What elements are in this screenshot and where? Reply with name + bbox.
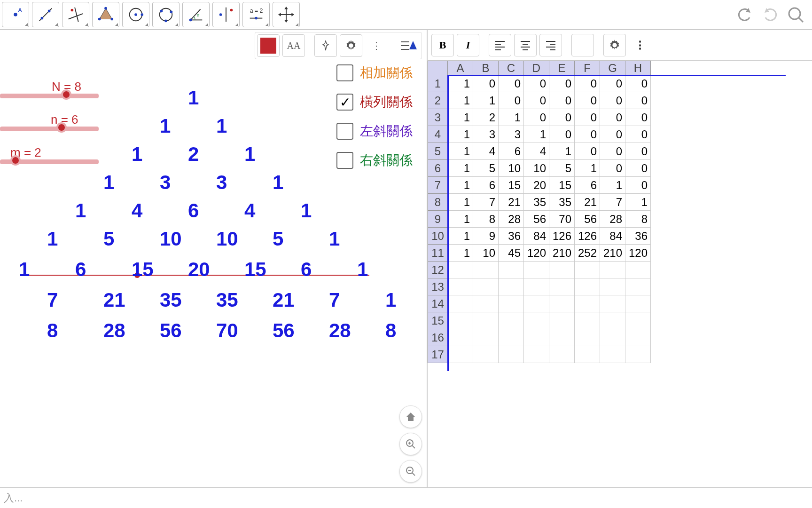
- tool-line[interactable]: [32, 2, 59, 27]
- cell-C12[interactable]: [499, 262, 524, 278]
- input-bar[interactable]: 入...: [0, 487, 812, 508]
- cell-B14[interactable]: [473, 295, 499, 312]
- cell-A15[interactable]: [448, 312, 473, 329]
- cell-B5[interactable]: 4: [473, 143, 499, 160]
- cell-D4[interactable]: 1: [524, 126, 549, 143]
- redo-button[interactable]: [759, 4, 781, 25]
- cell-A2[interactable]: 1: [448, 92, 473, 109]
- row-header-17[interactable]: 17: [428, 346, 448, 363]
- cell-C14[interactable]: [499, 295, 524, 312]
- cell-B3[interactable]: 2: [473, 109, 499, 126]
- row-header-7[interactable]: 7: [428, 177, 448, 194]
- cell-H9[interactable]: 8: [625, 211, 651, 228]
- search-button[interactable]: [785, 4, 806, 25]
- cell-E6[interactable]: 5: [549, 160, 575, 177]
- cell-H15[interactable]: [625, 312, 651, 329]
- cell-H14[interactable]: [625, 295, 651, 312]
- cell-B4[interactable]: 3: [473, 126, 499, 143]
- row-header-11[interactable]: 11: [428, 245, 448, 262]
- cell-D1[interactable]: 0: [524, 75, 549, 92]
- cell-G3[interactable]: 0: [600, 109, 625, 126]
- cell-B15[interactable]: [473, 312, 499, 329]
- cell-E13[interactable]: [549, 278, 575, 295]
- col-header-A[interactable]: A: [448, 61, 473, 75]
- cell-D10[interactable]: 84: [524, 228, 549, 245]
- cell-D8[interactable]: 35: [524, 194, 549, 211]
- checkbox-box-icon[interactable]: [336, 152, 353, 169]
- cell-C1[interactable]: 0: [499, 75, 524, 92]
- cell-B1[interactable]: 0: [473, 75, 499, 92]
- ss-more-button[interactable]: ⋮: [629, 34, 651, 56]
- cell-E2[interactable]: 0: [549, 92, 575, 109]
- tool-circle3[interactable]: [152, 2, 180, 27]
- cell-H11[interactable]: 120: [625, 245, 651, 262]
- row-header-2[interactable]: 2: [428, 92, 448, 109]
- checkbox-1[interactable]: ✓橫列關係: [336, 93, 413, 111]
- corner-cell[interactable]: [428, 61, 448, 75]
- more-button[interactable]: ⋮: [365, 34, 388, 57]
- zoom-out-button[interactable]: [399, 460, 422, 483]
- cell-F5[interactable]: 0: [575, 143, 600, 160]
- spreadsheet-grid[interactable]: ABCDEFGH11000000021100000031210000041331…: [428, 61, 812, 487]
- cell-A1[interactable]: 1: [448, 75, 473, 92]
- cell-G17[interactable]: [600, 346, 625, 363]
- tool-reflect[interactable]: [212, 2, 240, 27]
- checkbox-box-icon[interactable]: [336, 123, 353, 140]
- row-header-15[interactable]: 15: [428, 312, 448, 329]
- italic-button[interactable]: I: [457, 34, 479, 56]
- row-header-10[interactable]: 10: [428, 228, 448, 245]
- views-button[interactable]: [397, 34, 420, 57]
- cell-H5[interactable]: 0: [625, 143, 651, 160]
- zoom-in-button[interactable]: [399, 433, 422, 455]
- row-header-9[interactable]: 9: [428, 211, 448, 228]
- graphics-view[interactable]: AA ⋮ 相加關係✓橫列關係左斜關係右斜關係 N = 8n = 6m = 2 1…: [0, 30, 428, 487]
- cell-F16[interactable]: [575, 329, 600, 346]
- cell-D12[interactable]: [524, 262, 549, 278]
- cell-F9[interactable]: 56: [575, 211, 600, 228]
- tool-circle[interactable]: [122, 2, 149, 27]
- cell-G5[interactable]: 0: [600, 143, 625, 160]
- align-left-button[interactable]: [489, 34, 511, 56]
- checkbox-0[interactable]: 相加關係: [336, 64, 413, 82]
- cell-E15[interactable]: [549, 312, 575, 329]
- cell-H3[interactable]: 0: [625, 109, 651, 126]
- row-header-4[interactable]: 4: [428, 126, 448, 143]
- col-header-F[interactable]: F: [575, 61, 600, 75]
- align-center-button[interactable]: [514, 34, 537, 56]
- text-tool[interactable]: AA: [282, 34, 305, 57]
- cell-F15[interactable]: [575, 312, 600, 329]
- cell-D5[interactable]: 4: [524, 143, 549, 160]
- cell-A7[interactable]: 1: [448, 177, 473, 194]
- cell-C4[interactable]: 3: [499, 126, 524, 143]
- cell-A13[interactable]: [448, 278, 473, 295]
- cell-E1[interactable]: 0: [549, 75, 575, 92]
- cell-E12[interactable]: [549, 262, 575, 278]
- cell-G2[interactable]: 0: [600, 92, 625, 109]
- cell-B8[interactable]: 7: [473, 194, 499, 211]
- row-header-8[interactable]: 8: [428, 194, 448, 211]
- undo-button[interactable]: [734, 4, 756, 25]
- cell-H8[interactable]: 1: [625, 194, 651, 211]
- cell-C11[interactable]: 45: [499, 245, 524, 262]
- cell-F17[interactable]: [575, 346, 600, 363]
- checkbox-box-icon[interactable]: [336, 64, 353, 81]
- slider-thumb[interactable]: [10, 155, 21, 166]
- cell-G11[interactable]: 210: [600, 245, 625, 262]
- cell-E10[interactable]: 126: [549, 228, 575, 245]
- cell-D17[interactable]: [524, 346, 549, 363]
- slider-thumb[interactable]: [56, 122, 67, 133]
- cell-A8[interactable]: 1: [448, 194, 473, 211]
- tool-perpendicular[interactable]: [62, 2, 89, 27]
- cell-A9[interactable]: 1: [448, 211, 473, 228]
- cell-D7[interactable]: 20: [524, 177, 549, 194]
- cell-B13[interactable]: [473, 278, 499, 295]
- cell-E16[interactable]: [549, 329, 575, 346]
- row-header-5[interactable]: 5: [428, 143, 448, 160]
- tool-angle[interactable]: α: [182, 2, 210, 27]
- cell-E8[interactable]: 35: [549, 194, 575, 211]
- cell-C2[interactable]: 0: [499, 92, 524, 109]
- cell-A5[interactable]: 1: [448, 143, 473, 160]
- row-header-16[interactable]: 16: [428, 329, 448, 346]
- cell-H4[interactable]: 0: [625, 126, 651, 143]
- cell-C10[interactable]: 36: [499, 228, 524, 245]
